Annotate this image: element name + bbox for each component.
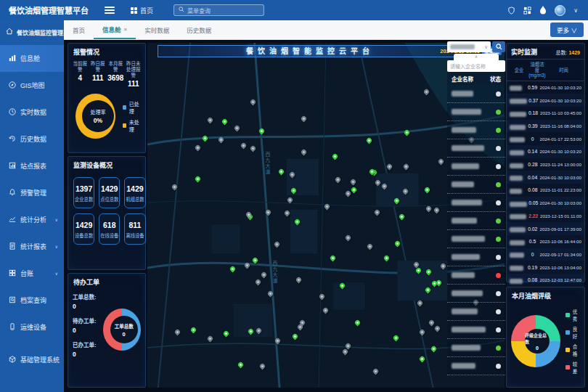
enterprise-row[interactable] xyxy=(447,321,505,339)
enterprise-row[interactable] xyxy=(447,285,505,303)
enterprise-name-input[interactable]: 请输入企业名称 xyxy=(447,60,505,72)
more-button[interactable]: 更多 ∨ xyxy=(550,23,584,37)
chevron-down-icon[interactable]: ∨ xyxy=(573,7,578,14)
sidebar-item-台账[interactable]: 台账∨ xyxy=(0,260,64,287)
realtime-row[interactable]: 02022-09-17 01:34:00 xyxy=(507,248,584,261)
sidebar-item-统计报表[interactable]: 统计报表∨ xyxy=(0,233,64,260)
sidebar-items: 信息舱GIS地图实时数据历史数据站点报表预警管理统计分析∨统计报表∨台账∨档案查… xyxy=(0,45,64,340)
sidebar-item-base-system[interactable]: 基础管理系统 ∨ xyxy=(0,346,64,373)
tab-首页[interactable]: 首页 xyxy=(64,20,94,39)
realtime-row[interactable]: 0.082023-12-03 12:47:00 xyxy=(507,274,584,287)
device-stat-card: 1429设备总数 xyxy=(73,213,94,245)
status-dot xyxy=(496,91,501,97)
chevron-down-icon: ∨ xyxy=(55,271,58,276)
status-dot xyxy=(496,346,501,351)
enterprise-row[interactable] xyxy=(447,158,505,176)
search-icon xyxy=(179,7,184,14)
sidebar-item-档案查询[interactable]: 档案查询 xyxy=(0,287,64,314)
realtime-panel-title: 实时监测 xyxy=(511,47,537,57)
status-dot xyxy=(496,327,501,332)
status-dot xyxy=(496,128,501,133)
avatar[interactable] xyxy=(555,5,565,16)
enterprise-row[interactable] xyxy=(447,230,505,248)
alarm-legend: 已处理未处理 xyxy=(123,97,142,136)
topbar-home-tab[interactable]: 首页 xyxy=(131,6,153,15)
chevron-down-icon: ∨ xyxy=(55,217,58,222)
realtime-row[interactable]: 0.082023-11-01 22:23:00 xyxy=(507,184,584,197)
status-dot xyxy=(496,146,501,151)
tab-实时数据[interactable]: 实时数据 xyxy=(136,20,178,39)
apps-grid-icon xyxy=(131,7,137,14)
realtime-panel: 实时监测 总数: 1429 企业 油烟浓度(mg/m3) 时间 0.592024… xyxy=(506,43,585,282)
menu-search-input[interactable]: 菜单查询 xyxy=(173,4,264,16)
alarm-stat: 昨日报警111 xyxy=(89,61,107,88)
enterprise-list xyxy=(447,85,505,375)
tab-历史数据[interactable]: 历史数据 xyxy=(178,20,220,39)
enterprise-row[interactable] xyxy=(447,121,505,139)
map-street-label: 西九大道 xyxy=(271,261,278,284)
sidebar-item-实时数据[interactable]: 实时数据 xyxy=(0,99,64,126)
device-panel: 监测设备概况 1397企业总数1429点位总数1429机组总数1429设备总数6… xyxy=(68,156,146,270)
alarm-donut-chart: 处理率 0% xyxy=(75,94,115,139)
flame-icon[interactable] xyxy=(539,6,547,15)
realtime-row[interactable]: 0.282023-11-24 13:00:00 xyxy=(507,158,584,171)
device-panel-title: 监测设备概况 xyxy=(68,157,145,173)
realtime-total: 总数: 1429 xyxy=(556,49,580,56)
sidebar-item-历史数据[interactable]: 历史数据 xyxy=(0,126,64,152)
realtime-row[interactable]: 0.392023-11-16 08:04:00 xyxy=(507,120,584,133)
enterprise-row[interactable] xyxy=(447,139,505,158)
rating-panel-title: 本月油烟评级 xyxy=(507,287,584,303)
alarm-panel: 报警情况 当前报警4昨日报警111本月报警3698昨日未处理报警111 处理率 … xyxy=(68,43,146,153)
workorder-panel-title: 待办工单 xyxy=(68,274,145,290)
realtime-row[interactable]: 0.052024-01-30 10:03:00 xyxy=(507,197,584,210)
bar-chart-icon xyxy=(9,54,16,63)
realtime-row[interactable]: 0.042024-01-30 10:03:00 xyxy=(507,171,584,184)
enterprise-row[interactable] xyxy=(447,357,505,375)
sidebar-item-预警管理[interactable]: 预警管理 xyxy=(0,179,64,206)
enterprise-row[interactable] xyxy=(447,248,505,266)
sidebar-item-信息舱[interactable]: 信息舱 xyxy=(0,45,64,72)
enterprise-search-button[interactable] xyxy=(492,41,505,52)
realtime-row[interactable]: 0.022023-09-01 17:39:00 xyxy=(507,222,584,235)
shield-icon[interactable] xyxy=(507,7,515,15)
status-dot xyxy=(496,255,501,260)
legend-item: 已处理 xyxy=(123,100,142,115)
apps-grid-icon[interactable] xyxy=(523,7,531,15)
realtime-row[interactable]: 0.142024-01-30 10:03:20 xyxy=(507,145,584,158)
realtime-row[interactable]: 0.192023-10-06 13:04:00 xyxy=(507,261,584,274)
sidebar-group-header[interactable]: 餐饮油烟监控管理系统 ∧ xyxy=(0,20,64,45)
realtime-row[interactable]: 2.222023-12-15 01:11:00 xyxy=(507,210,584,223)
enterprise-row[interactable] xyxy=(447,176,505,194)
enterprise-row[interactable] xyxy=(447,266,505,285)
realtime-row[interactable]: 0.182023-11-10 03:45:00 xyxy=(507,107,584,120)
enterprise-select[interactable]: ∨ xyxy=(447,41,491,52)
workorder-donut-chart: 工单总数 0 xyxy=(103,309,141,351)
sidebar-item-统计分析[interactable]: 统计分析∨ xyxy=(0,206,64,233)
realtime-row[interactable]: 0.52023-10-06 16:44:00 xyxy=(507,235,584,248)
realtime-table-body: 0.592024-01-30 10:03:20 0.372024-01-30 1… xyxy=(507,81,584,287)
sidebar-item-GIS地图[interactable]: GIS地图 xyxy=(0,72,64,99)
chevron-down-icon: ∨ xyxy=(55,244,58,249)
rating-donut-chart: 评级企业总数 0 xyxy=(511,315,560,367)
compass-icon xyxy=(9,81,16,90)
realtime-row[interactable]: 0.592024-01-30 10:03:20 xyxy=(507,81,584,94)
realtime-row[interactable]: 0.372024-01-30 10:03:20 xyxy=(507,94,584,107)
collapse-handle[interactable]: ∧ xyxy=(454,54,499,60)
enterprise-row[interactable] xyxy=(447,103,505,121)
close-icon[interactable]: × xyxy=(124,26,128,33)
alarm-stat: 本月报警3698 xyxy=(107,61,125,88)
enterprise-row[interactable] xyxy=(447,339,505,357)
enterprise-row[interactable] xyxy=(447,194,505,212)
enterprise-row[interactable] xyxy=(447,303,505,321)
tab-信息舱[interactable]: 信息舱× xyxy=(94,20,136,39)
status-dot xyxy=(496,237,501,242)
status-dot xyxy=(496,182,501,187)
realtime-row[interactable]: 02024-01-17 22:53:00 xyxy=(507,132,584,145)
legend-item: 优秀 xyxy=(565,308,581,322)
page: 餐饮油烟管理智慧平台 首页 菜单查询 ∨ 餐饮油烟监控管理系统 ∧ 信息舱GIS… xyxy=(0,0,588,392)
enterprise-row[interactable] xyxy=(447,85,505,103)
sidebar-item-运维设备[interactable]: 运维设备 xyxy=(0,314,64,340)
enterprise-row[interactable] xyxy=(447,212,505,230)
hamburger-menu-icon[interactable] xyxy=(105,5,115,15)
sidebar-item-站点报表[interactable]: 站点报表 xyxy=(0,152,64,179)
